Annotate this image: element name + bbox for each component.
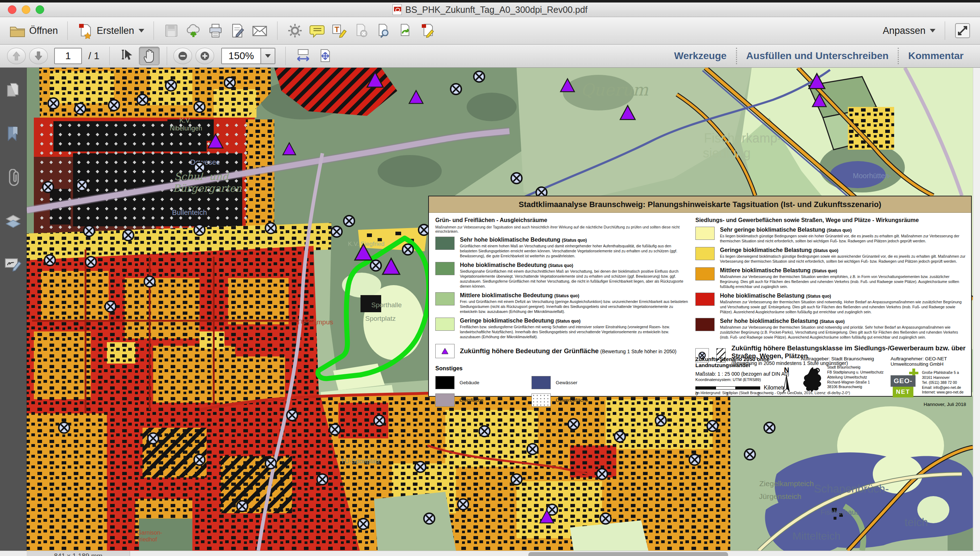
auftraggeber-label: Auftraggeber: Stadt Braunschweig <box>801 356 891 361</box>
cloud-upload-icon <box>185 23 201 39</box>
future-load-class-symbol <box>287 410 297 420</box>
minimize-window-button[interactable] <box>22 5 30 14</box>
edit-pdf-button[interactable] <box>416 20 438 41</box>
future-load-class-symbol <box>109 100 119 110</box>
close-window-button[interactable] <box>8 5 16 14</box>
swatch-sehr-hohe-bedeutung <box>435 237 455 250</box>
fullscreen-button[interactable] <box>951 20 974 41</box>
legend-entry-gebaeude: Gebäude <box>435 376 532 389</box>
create-pdf-icon <box>77 23 93 39</box>
background-source-note: Im Hintergrund: Stadtplan (Stadt Braunsc… <box>695 391 850 395</box>
anpassen-button[interactable]: Anpassen <box>876 23 938 39</box>
separator <box>153 21 154 40</box>
layers-icon[interactable] <box>5 214 21 230</box>
zoom-level-select[interactable]: 150% <box>221 48 276 64</box>
future-load-class-symbol <box>59 422 69 433</box>
open-label: Öffnen <box>29 25 58 36</box>
save-button[interactable] <box>160 20 182 41</box>
navigation-toolbar: / 1 150% Werkzeuge Ausfüllen und Unt <box>0 45 980 68</box>
delete-pages-button[interactable] <box>350 20 372 41</box>
zoom-window-button[interactable] <box>35 5 44 14</box>
future-load-class-symbol <box>137 94 148 105</box>
zoom-in-button[interactable] <box>195 48 214 64</box>
legend-item: Mittlere bioklimatische Belastung (Statu… <box>695 267 968 289</box>
map-label: Ziegelkampteich <box>759 479 814 488</box>
map-label: Bürgergarten <box>173 183 242 194</box>
legend-item: Geringe bioklimatische Belastung (Status… <box>695 247 968 264</box>
future-load-class-symbol <box>403 244 413 255</box>
settings-button[interactable] <box>284 20 306 41</box>
future-load-class-symbol <box>75 103 85 114</box>
previous-page-button[interactable] <box>7 48 26 64</box>
zoom-out-button[interactable] <box>174 48 192 64</box>
tab-ausfuellen-unterschreiben[interactable]: Ausfüllen und Unterschreiben <box>737 50 898 61</box>
print-button[interactable] <box>205 20 227 41</box>
map-label: friedhof <box>138 537 157 543</box>
page-number-input[interactable] <box>54 48 82 64</box>
email-button[interactable] <box>249 20 271 41</box>
page-total-label: / 1 <box>89 50 99 61</box>
highlight-button[interactable]: T <box>328 20 350 41</box>
gear-icon <box>287 23 303 39</box>
export-button[interactable] <box>394 20 416 41</box>
chevron-down-icon <box>265 54 271 58</box>
pdf-file-icon <box>393 4 402 15</box>
future-load-class-symbol <box>265 223 276 233</box>
zoom-dropdown-button[interactable] <box>260 48 275 63</box>
folder-icon <box>9 23 26 39</box>
tab-kommentar[interactable]: Kommentar <box>899 50 973 61</box>
sign-button[interactable] <box>227 20 249 41</box>
future-load-class-symbol <box>451 84 461 94</box>
tab-werkzeuge[interactable]: Werkzeuge <box>665 50 736 61</box>
map-label: Sportplatz <box>365 315 396 322</box>
sign-document-icon <box>229 23 246 39</box>
select-tool-button[interactable] <box>117 47 137 65</box>
map-label: Schapenbrüch- <box>814 483 889 495</box>
future-load-class-symbol <box>764 422 775 433</box>
future-load-class-symbol <box>371 260 381 271</box>
open-button[interactable]: Öffnen <box>6 20 61 41</box>
upload-button[interactable] <box>182 20 205 41</box>
legend-entry-gewerbeflaeche: Gewerbefläche <box>532 393 628 407</box>
next-page-button[interactable] <box>29 48 48 64</box>
speech-bubble-icon <box>309 23 325 39</box>
legend-built-heading: Siedlungs- und Gewerbeflächen sowie Stra… <box>695 217 968 223</box>
future-green-swatch <box>435 344 455 358</box>
highlight-text-icon: T <box>331 23 347 39</box>
horizontal-scrollbar-thumb[interactable] <box>528 552 728 556</box>
signatures-icon[interactable] <box>5 256 22 272</box>
legend-item: Sehr hohe bioklimatische Bedeutung (Stat… <box>435 237 689 259</box>
future-load-class-symbol <box>474 71 485 82</box>
legend-green-note: Maßnahmen zur Vebesserung der Tagsituati… <box>435 225 689 233</box>
main-toolbar: Öffnen Erstellen <box>0 17 980 45</box>
future-load-class-symbol <box>458 499 469 510</box>
hand-tool-button[interactable] <box>139 47 160 65</box>
legend-item: Mittlere bioklimatische Bedeutung (Statu… <box>435 292 689 314</box>
future-load-class-symbol <box>77 180 87 191</box>
search-document-button[interactable] <box>372 20 394 41</box>
swatch-mittlere-belastung <box>695 267 715 281</box>
future-load-class-symbol <box>329 424 340 435</box>
future-load-class-symbol <box>85 257 96 267</box>
vertical-scrollbar[interactable] <box>973 68 980 551</box>
document-edit-icon <box>419 23 436 39</box>
attachments-icon[interactable] <box>5 169 21 187</box>
fit-width-button[interactable] <box>293 47 313 65</box>
navigation-sidebar <box>0 68 27 551</box>
window-title: BS_PHK_Zukunft_Tag_A0_300dpi_Rev00.pdf <box>405 5 587 15</box>
map-label: Sporthalle <box>371 301 402 309</box>
create-button[interactable]: Erstellen <box>74 20 147 41</box>
swatch-hohe-belastung <box>695 293 715 306</box>
comment-button[interactable] <box>306 20 328 41</box>
separator <box>285 47 286 65</box>
legend-item: Geringe bioklimatische Bedeutung (Status… <box>435 318 689 339</box>
future-load-class-symbol <box>317 474 328 485</box>
geo-net-logo: GEO- NET <box>891 370 919 399</box>
bookmarks-icon[interactable] <box>6 126 20 142</box>
swatch-geringe-bedeutung <box>435 318 455 331</box>
legend-entry-gewaesser: Gewässer <box>532 376 628 389</box>
fit-page-button[interactable] <box>315 47 335 65</box>
map-label: Mittelteich <box>792 530 840 542</box>
save-icon <box>163 23 179 39</box>
page-thumbnails-icon[interactable] <box>5 82 21 99</box>
